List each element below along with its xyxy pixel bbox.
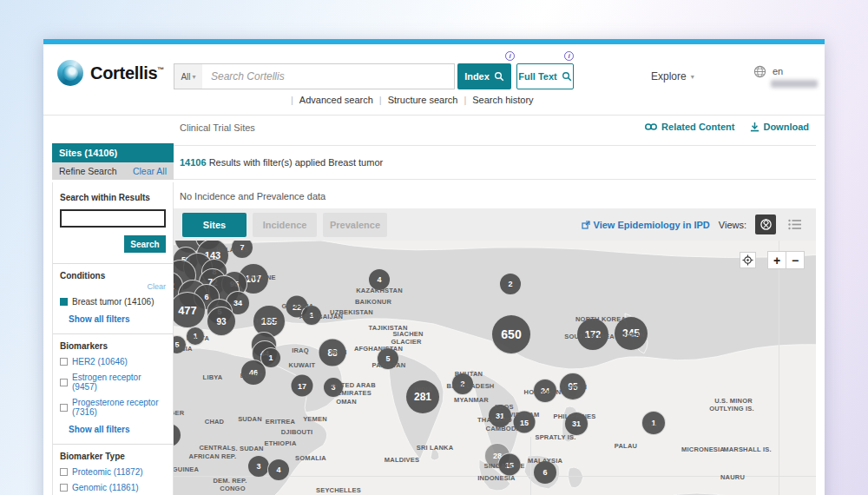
index-search-button[interactable]: Index [457, 63, 511, 89]
sidebar-body: Search within Results Search ConditionsC… [52, 182, 174, 495]
search-scope-select[interactable]: All▾ [174, 63, 203, 89]
refine-sidebar: Sites (14106) Refine Search Clear All Se… [52, 143, 174, 495]
search-within-label: Search within Results [60, 193, 166, 202]
view-epidemiology-link[interactable]: View Epidemiology in IPD [582, 220, 710, 230]
globe-language-icon[interactable] [753, 65, 766, 78]
globe-view-button[interactable] [755, 214, 776, 234]
filter-section-title: Biomarker Type [60, 452, 166, 461]
filter-option[interactable]: Genomic (11861) [60, 483, 166, 492]
show-all-filters-link[interactable]: Show all filters [69, 425, 166, 434]
map-bubble[interactable]: 31 [564, 412, 589, 436]
related-content-link[interactable]: Related Content [644, 122, 734, 132]
filter-section: Biomarker TypeProteomic (11872)Genomic (… [53, 445, 173, 495]
brand-logo[interactable]: Cortellis™ [57, 60, 164, 86]
tab-bar-right: View Epidemiology in IPD Views: [582, 214, 806, 234]
views-label: Views: [719, 220, 746, 230]
filter-option[interactable]: Breast tumor (14106) [60, 297, 166, 307]
map-bubble[interactable]: 3 [323, 377, 344, 398]
map-bubble[interactable]: 95 [559, 373, 587, 400]
filter-option[interactable]: Proteomic (11872) [60, 467, 166, 477]
checkbox-icon[interactable] [60, 484, 68, 492]
recenter-button[interactable] [740, 252, 756, 268]
map-bubble[interactable]: 93 [207, 307, 236, 336]
map-bubble[interactable]: 46 [240, 360, 266, 386]
explore-menu[interactable]: Explore▾ [651, 70, 694, 82]
external-link-icon [582, 221, 590, 229]
checkbox-icon[interactable] [60, 358, 68, 366]
map-bubble[interactable]: 4 [267, 459, 290, 481]
search-input[interactable] [202, 63, 455, 89]
filter-option-label[interactable]: Proteomic (11872) [72, 467, 143, 477]
filter-option[interactable]: Progesterone receptor (7316) [60, 398, 166, 417]
language-label: en [773, 66, 783, 76]
map-bubble[interactable]: 1 [301, 305, 322, 326]
map-bubble[interactable]: 88 [319, 339, 347, 367]
nav-link-structure-search[interactable]: Structure search [388, 95, 458, 105]
crosshair-icon [742, 254, 753, 266]
checkbox-icon[interactable] [60, 404, 68, 412]
map-bubble[interactable]: 15 [498, 453, 522, 477]
refine-search-bar: Refine Search Clear All [52, 162, 174, 180]
zoom-out-button[interactable]: − [786, 251, 805, 269]
map-bubble[interactable]: 24 [533, 379, 557, 403]
index-info-icon[interactable]: i [505, 51, 515, 61]
map-bubble[interactable]: 1 [641, 411, 666, 435]
filter-option-label[interactable]: Genomic (11861) [72, 483, 139, 492]
cortellis-swirl-icon [57, 60, 83, 86]
map-bubble[interactable]: 172 [576, 318, 609, 351]
filter-option-label[interactable]: Estrogen receptor (9457) [72, 373, 166, 392]
map-bubble[interactable]: 31 [488, 404, 512, 428]
map-bubble[interactable]: 2 [451, 373, 474, 395]
map-bubble[interactable]: 1 [186, 327, 205, 346]
map-bubble[interactable]: 17 [291, 374, 314, 398]
results-count[interactable]: 14106 [180, 157, 207, 168]
nav-link-advanced-search[interactable]: Advanced search [299, 95, 373, 105]
filter-section-title: Biomarkers [60, 341, 166, 351]
tab-sites[interactable]: Sites [182, 213, 247, 237]
fulltext-search-button[interactable]: Full Text [516, 63, 574, 89]
download-link[interactable]: Download [750, 122, 809, 132]
show-all-filters-link[interactable]: Show all filters [69, 314, 166, 324]
filter-sections: ConditionsClearBreast tumor (14106)Show … [53, 264, 173, 495]
map-bubble[interactable]: 5 [377, 347, 399, 370]
checkbox-icon[interactable] [60, 468, 68, 476]
trademark-symbol: ™ [157, 66, 164, 74]
map-bubble[interactable]: 6 [533, 460, 557, 485]
search-within-button[interactable]: Search [124, 235, 166, 253]
section-clear-link[interactable]: Clear [60, 282, 166, 291]
search-within-input[interactable] [60, 209, 166, 228]
map-bubble[interactable]: 2 [499, 273, 522, 295]
filter-option-label[interactable]: HER2 (10646) [72, 357, 128, 366]
checkbox-icon[interactable] [60, 298, 68, 306]
graticule-line [779, 241, 779, 495]
tab-incidence[interactable]: Incidence [253, 213, 317, 237]
map-bubble[interactable]: 15 [513, 411, 536, 434]
checkbox-icon[interactable] [60, 379, 68, 386]
view-tab-bar: SitesIncidencePrevalence View Epidemiolo… [174, 208, 816, 241]
page-actions: Related Content Download [644, 122, 809, 132]
brand-name: Cortellis™ [90, 63, 164, 83]
fulltext-info-icon[interactable]: i [564, 51, 574, 61]
tab-prevalence[interactable]: Prevalence [323, 213, 387, 237]
search-icon [494, 71, 504, 82]
filter-option-label[interactable]: Breast tumor (14106) [72, 297, 155, 307]
clear-all-link[interactable]: Clear All [133, 166, 167, 176]
nav-link-search-history[interactable]: Search history [472, 95, 533, 105]
zoom-in-button[interactable]: + [767, 251, 786, 269]
list-view-button[interactable] [785, 214, 806, 234]
header-divider [43, 115, 825, 116]
map-bubble[interactable]: 4 [368, 268, 391, 291]
map-bubble[interactable]: 281 [405, 380, 440, 414]
map-bubble[interactable]: 345 [614, 316, 648, 351]
download-icon [750, 122, 760, 132]
filter-option-label[interactable]: Progesterone receptor (7316) [72, 398, 166, 417]
filter-option[interactable]: Estrogen receptor (9457) [60, 373, 166, 392]
search-icon [562, 71, 572, 82]
nav-separator: | [464, 95, 466, 105]
world-map-canvas[interactable]: 7591438107927295634477593185221154418846… [174, 241, 816, 495]
map-bubble[interactable]: 3 [247, 455, 270, 478]
map-bubble[interactable]: 650 [491, 314, 531, 354]
filter-option[interactable]: HER2 (10646) [60, 357, 166, 366]
page-title: Clinical Trial Sites [180, 122, 255, 133]
user-name-redacted[interactable] [771, 80, 818, 88]
